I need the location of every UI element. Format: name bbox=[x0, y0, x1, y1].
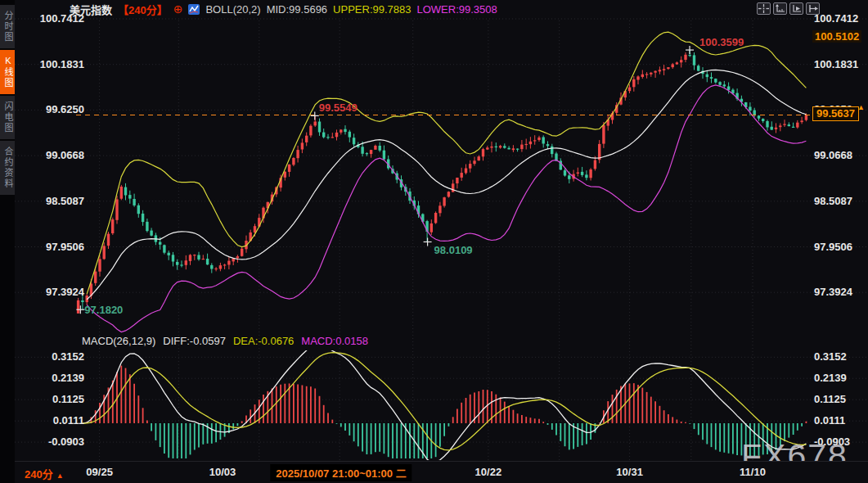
last-price-label: 99.5637 bbox=[812, 106, 859, 121]
macd-header: MACD(26,12,9) DIFF:-0.0597 DEA:-0.0676 M… bbox=[82, 335, 368, 347]
sidebar-tab-kline-chart[interactable]: K线图 bbox=[0, 50, 15, 94]
pan-right-icon[interactable] bbox=[806, 2, 820, 15]
chart-canvas[interactable] bbox=[15, 0, 868, 483]
price-tick-label-left: 97.9506 bbox=[15, 241, 84, 254]
price-tick-label-right: 98.5087 bbox=[814, 195, 852, 208]
x-axis-date-label: 09/25 bbox=[86, 466, 113, 478]
interval-selector-label: 240分 bbox=[25, 468, 53, 481]
chart-type-icon[interactable] bbox=[188, 4, 200, 15]
add-indicator-icon[interactable]: ⊕ bbox=[173, 3, 183, 15]
annotation-low: 97.1820 bbox=[84, 304, 123, 316]
price-tick-label-right: 0.3152 bbox=[814, 350, 847, 363]
price-tick-label-left: 0.0111 bbox=[15, 414, 84, 427]
chart-header: 美元指数 【240分】 ⊕ BOLL(20,2) MID:99.5696 UPP… bbox=[70, 0, 497, 18]
price-tick-label-right: 100.7412 bbox=[814, 12, 858, 25]
price-tick-label-left: 0.3152 bbox=[15, 350, 84, 363]
price-tick-label-right: 99.0668 bbox=[814, 149, 852, 162]
sidebar-tab-time-chart[interactable]: 分时图 bbox=[0, 5, 15, 48]
macd-dea-value: DEA:-0.0676 bbox=[233, 335, 294, 347]
sidebar: 分时图 K线图 闪电图 合约资料 bbox=[0, 0, 15, 483]
price-tick-label-left: 0.2139 bbox=[15, 372, 84, 385]
price-tick-label-left: 99.6250 bbox=[15, 103, 84, 116]
boll-label: BOLL(20,2) bbox=[205, 3, 260, 16]
x-axis-date-label: 11/10 bbox=[740, 466, 766, 478]
price-alert-icon[interactable]: ▲ bbox=[857, 103, 865, 111]
price-tick-label-left: 0.1125 bbox=[15, 393, 84, 406]
dropdown-arrow-icon: ▲ bbox=[56, 472, 64, 480]
price-tick-label-left: 99.0668 bbox=[15, 149, 84, 162]
price-tick-label-right: 0.1125 bbox=[814, 393, 846, 406]
selected-range-label: 2025/10/07 21:00~01:00 二 bbox=[270, 464, 412, 481]
sidebar-tab-lightning-chart[interactable]: 闪电图 bbox=[0, 96, 15, 139]
price-tick-label-right: 100.1831 bbox=[814, 58, 858, 71]
chart-toolbar bbox=[757, 2, 820, 15]
price-tick-label-left: 100.1831 bbox=[15, 58, 84, 71]
session-high-label: 100.5102 bbox=[812, 30, 861, 43]
crosshair-icon[interactable] bbox=[757, 2, 771, 15]
x-axis-date-label: 10/22 bbox=[475, 466, 502, 478]
macd-diff-value: DIFF:-0.0597 bbox=[163, 335, 226, 347]
boll-upper-value: UPPER:99.7883 bbox=[333, 3, 411, 16]
price-tick-label-right: 0.0111 bbox=[814, 414, 845, 427]
price-tick-label-left: 97.3924 bbox=[15, 286, 84, 299]
boll-mid-value: MID:99.5696 bbox=[267, 3, 327, 16]
time-axis-bar: 240分▲ 09/2510/0310/2210/3111/10 2025/10/… bbox=[15, 461, 868, 483]
axis-play-icon[interactable] bbox=[789, 2, 803, 15]
x-axis-date-label: 10/31 bbox=[616, 466, 643, 478]
interval-label: 【240分】 bbox=[118, 2, 168, 17]
annotation-swing-high: 99.5549 bbox=[319, 102, 358, 114]
price-tick-label-right: 97.9506 bbox=[814, 241, 852, 254]
sidebar-tab-contract-info[interactable]: 合约资料 bbox=[0, 141, 15, 195]
price-tick-label-left: -0.0903 bbox=[15, 436, 84, 449]
annotation-high: 100.3599 bbox=[699, 36, 744, 48]
price-tick-label-left: 98.5087 bbox=[15, 195, 84, 208]
interval-selector[interactable]: 240分▲ bbox=[25, 466, 64, 481]
macd-macd-value: MACD:0.0158 bbox=[301, 335, 368, 347]
chart-panel: 美元指数 【240分】 ⊕ BOLL(20,2) MID:99.5696 UPP… bbox=[15, 0, 868, 483]
x-axis-date-label: 10/03 bbox=[209, 466, 236, 478]
axis-scale-icon[interactable] bbox=[773, 2, 787, 15]
app-root: 分时图 K线图 闪电图 合约资料 美元指数 【240分】 ⊕ BOLL(20,2… bbox=[0, 0, 868, 483]
symbol-title: 美元指数 bbox=[70, 2, 112, 17]
price-tick-label-right: 0.2139 bbox=[814, 372, 847, 385]
price-tick-label-right: 97.3924 bbox=[814, 286, 852, 299]
annotation-swing-low: 98.0109 bbox=[434, 244, 473, 256]
macd-label: MACD(26,12,9) bbox=[82, 335, 155, 347]
boll-lower-value: LOWER:99.3508 bbox=[417, 3, 497, 16]
